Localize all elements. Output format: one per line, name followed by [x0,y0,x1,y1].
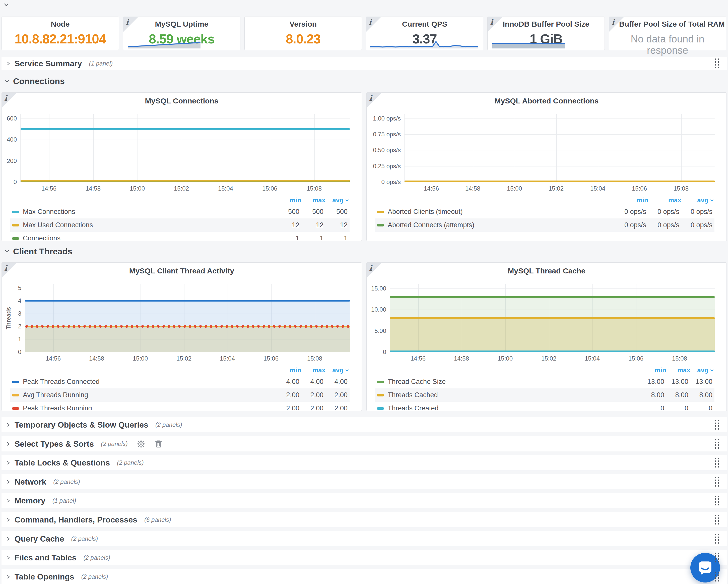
row-drag-handle-icon[interactable] [715,496,720,507]
row-drag-handle-icon[interactable] [715,515,720,526]
panel-title[interactable]: Current QPS [376,20,473,28]
row-title[interactable]: Command, Handlers, Processes [15,515,137,525]
legend-sort-label[interactable]: avg [332,196,343,204]
legend-series-label[interactable]: Connections [23,234,275,240]
legend-series-label[interactable]: Thread Cache Size [388,378,640,386]
panel-title[interactable]: MySQL Thread Cache [397,266,696,275]
legend-sort-label[interactable]: max [312,196,326,204]
series-color-swatch[interactable] [12,211,19,213]
legend-sort-avg[interactable]: avg [326,196,349,204]
info-corner-icon[interactable]: i [609,17,624,32]
legend-sort-min[interactable]: min [615,196,648,204]
info-corner-icon[interactable]: i [366,17,381,32]
legend-sort-min[interactable]: min [277,366,302,374]
dashboard-row-select-types-sorts[interactable]: Select Types & Sorts(2 panels) [1,436,727,452]
legend-sort-label[interactable]: min [655,366,666,374]
row-title[interactable]: Table Openings [15,572,74,582]
row-title[interactable]: Select Types & Sorts [15,439,94,449]
dashboard-row-command-handlers-processes[interactable]: Command, Handlers, Processes(6 panels) [1,512,727,527]
legend-series-label[interactable]: Aborted Clients (timeout) [388,208,613,216]
row-drag-handle-icon[interactable] [715,534,720,545]
row-title[interactable]: Memory [15,496,46,505]
series-color-swatch[interactable] [377,407,384,410]
legend-series-label[interactable]: Peak Threads Running [23,405,275,410]
legend-sort-avg[interactable]: avg [691,366,714,374]
section-title[interactable]: Client Threads [13,247,72,256]
panel-title[interactable]: MySQL Connections [32,97,332,105]
legend-sort-min[interactable]: min [642,366,666,374]
series-color-swatch[interactable] [12,394,19,397]
panel-title[interactable]: Version [255,20,352,28]
legend-sort-label[interactable]: max [677,366,691,374]
legend-sort-max[interactable]: max [302,196,326,204]
dashboard-row-files-and-tables[interactable]: Files and Tables(2 panels) [1,550,727,565]
series-color-swatch[interactable] [377,224,384,226]
series-color-swatch[interactable] [377,394,384,397]
legend-series-label[interactable]: Aborted Connects (attempts) [388,221,613,229]
panel-title[interactable]: MySQL Client Thread Activity [32,266,332,275]
legend-sort-max[interactable]: max [666,366,691,374]
gear-icon[interactable] [137,440,145,448]
legend-series-label[interactable]: Threads Created [388,405,640,410]
legend-sort-label[interactable]: max [312,366,326,374]
row-drag-handle-icon[interactable] [715,458,720,469]
legend-sort-label[interactable]: avg [332,366,343,374]
legend-sort-min[interactable]: min [277,196,302,204]
row-title[interactable]: Network [15,477,46,487]
row-drag-handle-icon[interactable] [715,572,720,583]
row-drag-handle-icon[interactable] [715,420,720,431]
legend-sort-max[interactable]: max [302,366,326,374]
row-title[interactable]: Service Summary [15,59,82,68]
series-color-swatch[interactable] [12,237,19,240]
info-corner-icon[interactable]: i [2,263,17,278]
legend-sort-label[interactable]: min [290,366,302,374]
legend-sort-max[interactable]: max [648,196,681,204]
row-drag-handle-icon[interactable] [715,553,720,564]
dashboard-row-memory[interactable]: Memory(1 panel) [1,493,727,508]
legend-series-label[interactable]: Peak Threads Connected [23,378,275,386]
series-color-swatch[interactable] [12,381,19,383]
legend-sort-label[interactable]: avg [697,196,708,204]
legend-sort-avg[interactable]: avg [681,196,714,204]
info-corner-icon[interactable]: i [488,17,503,32]
dashboard-row-table-locks-questions[interactable]: Table Locks & Questions(2 panels) [1,455,727,470]
legend-series-label[interactable]: Max Connections [23,208,275,216]
panel-title[interactable]: MySQL Aborted Connections [397,97,696,105]
legend-sort-label[interactable]: min [636,196,648,204]
row-title[interactable]: Table Locks & Questions [15,458,110,467]
dashboard-row-network[interactable]: Network(2 panels) [1,474,727,489]
legend-sort-label[interactable]: min [290,196,302,204]
series-color-swatch[interactable] [12,224,19,226]
row-drag-handle-icon[interactable] [715,477,720,488]
series-color-swatch[interactable] [377,381,384,383]
legend-sort-label[interactable]: avg [697,366,708,374]
legend-series-label[interactable]: Max Used Connections [23,221,275,229]
row-drag-handle-icon[interactable] [715,439,720,450]
row-title[interactable]: Temporary Objects & Slow Queries [15,420,148,430]
panel-title[interactable]: InnoDB Buffer Pool Size [498,20,595,28]
legend-sort-label[interactable]: max [668,196,681,204]
series-color-swatch[interactable] [12,407,19,410]
dashboard-row-table-openings[interactable]: Table Openings(2 panels) [1,569,727,584]
section-header-client-threads[interactable]: Client Threads [1,246,72,257]
trash-icon[interactable] [154,440,163,448]
info-corner-icon[interactable]: i [123,17,138,32]
info-corner-icon[interactable]: i [2,93,17,108]
info-corner-icon[interactable]: i [367,93,382,108]
series-color-swatch[interactable] [377,211,384,213]
dashboard-row-temporary-objects-slow-queries[interactable]: Temporary Objects & Slow Queries(2 panel… [1,417,727,432]
legend-series-label[interactable]: Avg Threads Running [23,391,275,399]
legend-series-label[interactable]: Threads Cached [388,391,640,399]
row-title[interactable]: Files and Tables [15,553,77,562]
panel-title[interactable]: Node [12,20,109,28]
row-title[interactable]: Query Cache [15,534,64,543]
info-corner-icon[interactable]: i [367,263,382,278]
panel-title[interactable]: Buffer Pool Size of Total RAM [619,20,716,28]
row-drag-handle-icon[interactable] [715,58,720,70]
legend-sort-avg[interactable]: avg [326,366,349,374]
section-title[interactable]: Connections [13,76,65,86]
panel-title[interactable]: MySQL Uptime [133,20,230,28]
dashboard-row-service-summary[interactable]: Service Summary(1 panel) [1,57,727,70]
section-header-connections[interactable]: Connections [1,75,65,87]
dashboard-row-query-cache[interactable]: Query Cache(2 panels) [1,531,727,546]
